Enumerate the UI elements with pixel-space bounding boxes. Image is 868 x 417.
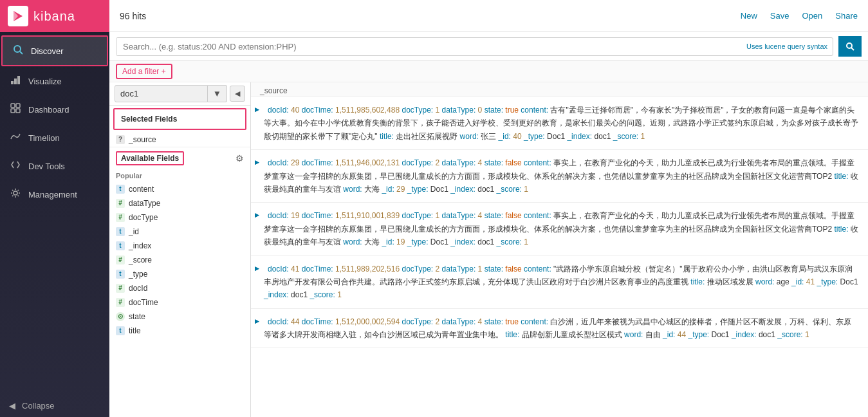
field-type-label: _type — [129, 270, 147, 279]
source-field-badge: ? — [116, 135, 125, 144]
sidebar-item-devtools-label: Dev Tools — [28, 162, 65, 171]
dashboard-icon — [9, 103, 22, 116]
field-doctype-label: docType — [129, 213, 158, 222]
sidebar-item-management[interactable]: Management — [0, 180, 109, 208]
sidebar-item-visualize[interactable]: Visualize — [0, 67, 109, 95]
timelion-icon — [9, 131, 22, 144]
hits-count: 96 hits — [120, 11, 146, 21]
share-button[interactable]: Share — [835, 11, 858, 21]
field-doctype[interactable]: # docType — [109, 210, 250, 225]
svg-rect-10 — [16, 109, 20, 113]
source-header: _source — [251, 82, 868, 97]
svg-rect-9 — [11, 109, 15, 113]
svg-line-13 — [851, 48, 854, 50]
save-button[interactable]: Save — [770, 11, 790, 21]
add-filter-button[interactable]: Add a filter + — [116, 64, 172, 79]
discover-icon — [12, 44, 24, 57]
kibana-logo-text: kibana — [33, 9, 75, 24]
result-2-expand-icon[interactable]: ▶ — [255, 158, 259, 167]
field-datatype-label: dataType — [129, 199, 160, 208]
sidebar-item-management-label: Management — [28, 190, 77, 199]
svg-point-12 — [847, 43, 852, 48]
filter-row: Add a filter + — [109, 61, 868, 82]
source-field-item[interactable]: ? _source — [109, 133, 250, 147]
field-type-t-icon: t — [116, 185, 125, 194]
field-state[interactable]: ⊙ state — [109, 310, 250, 324]
result-entry-3: ▶ docId: 19 docTime: 1,511,910,001,839 d… — [251, 203, 868, 255]
sidebar-nav: Discover Visualize Dashboar — [0, 32, 109, 394]
index-dropdown-button[interactable]: ▼ — [208, 85, 227, 102]
gear-icon[interactable]: ⚙ — [235, 153, 244, 163]
svg-rect-6 — [17, 76, 20, 84]
field-type-circle-icon: ⊙ — [116, 312, 125, 321]
result-entry-5: ▶ docId: 44 docTime: 1,512,000,002,594 d… — [251, 309, 868, 349]
field-type-hash-icon3: # — [116, 255, 125, 264]
popular-label: Popular — [109, 169, 250, 182]
result-4-expand-icon[interactable]: ▶ — [255, 264, 259, 273]
field-content-label: content — [129, 185, 154, 194]
field-type-hash-icon4: # — [116, 284, 125, 293]
sidebar-collapse[interactable]: ◀ Collapse — [0, 394, 109, 417]
field-type[interactable]: t _type — [109, 267, 250, 281]
field-state-label: state — [129, 312, 145, 321]
field-type-hash-icon5: # — [116, 298, 125, 307]
search-input[interactable] — [116, 38, 741, 55]
field-datatype[interactable]: # dataType — [109, 196, 250, 210]
sidebar: kibana Discover Visualize — [0, 0, 109, 417]
field-docid-label: docId — [129, 284, 147, 293]
field-doctime[interactable]: # docTime — [109, 295, 250, 310]
field-id[interactable]: t _id — [109, 225, 250, 239]
management-icon — [9, 188, 22, 201]
index-selector: doc1 ▼ ◀ — [109, 82, 250, 106]
new-button[interactable]: New — [741, 11, 757, 21]
search-bar-row: Uses lucene query syntax — [109, 32, 868, 61]
sidebar-item-devtools[interactable]: Dev Tools — [0, 152, 109, 180]
collapse-label: Collapse — [22, 401, 55, 411]
available-fields-label: Available Fields — [116, 151, 184, 165]
content-row: doc1 ▼ ◀ Selected Fields ? _source Avail… — [109, 82, 868, 417]
selected-fields-header: Selected Fields — [113, 108, 246, 130]
sidebar-item-discover[interactable]: Discover — [1, 35, 108, 66]
search-input-wrap: Uses lucene query syntax — [116, 37, 833, 56]
panel-collapse-button[interactable]: ◀ — [230, 86, 245, 102]
field-content[interactable]: t content — [109, 182, 250, 196]
svg-rect-4 — [11, 81, 14, 84]
field-type-t-icon5: t — [116, 326, 125, 335]
result-entry-4: ▶ docId: 41 docTime: 1,511,989,202,516 d… — [251, 256, 868, 309]
sidebar-item-timelion[interactable]: Timelion — [0, 124, 109, 152]
kibana-logo-icon — [8, 6, 28, 26]
result-5-expand-icon[interactable]: ▶ — [255, 317, 259, 326]
source-field-name: _source — [129, 135, 156, 144]
svg-rect-8 — [16, 104, 20, 107]
search-button[interactable] — [838, 36, 862, 57]
index-name[interactable]: doc1 — [115, 85, 208, 102]
open-button[interactable]: Open — [802, 11, 822, 21]
field-type-t-icon2: t — [116, 227, 125, 236]
available-fields-header: Available Fields ⚙ — [109, 147, 250, 169]
field-type-hash-icon: # — [116, 199, 125, 208]
field-index[interactable]: t _index — [109, 239, 250, 253]
field-score[interactable]: # _score — [109, 253, 250, 267]
field-type-t-icon4: t — [116, 270, 125, 279]
result-entry-2: ▶ docId: 29 docTime: 1,511,946,002,131 d… — [251, 150, 868, 203]
field-score-label: _score — [129, 255, 152, 264]
field-docid[interactable]: # docId — [109, 281, 250, 295]
top-bar: 96 hits New Save Open Share — [109, 0, 868, 32]
result-3-expand-icon[interactable]: ▶ — [255, 210, 259, 220]
sidebar-item-visualize-label: Visualize — [28, 77, 62, 86]
svg-line-3 — [20, 51, 23, 54]
field-type-t-icon3: t — [116, 241, 125, 250]
svg-rect-7 — [11, 104, 15, 107]
sidebar-item-timelion-label: Timelion — [28, 133, 60, 143]
sidebar-item-discover-label: Discover — [31, 46, 64, 56]
svg-point-11 — [14, 191, 17, 195]
field-index-label: _index — [129, 241, 151, 250]
result-1-expand-icon[interactable]: ▶ — [255, 105, 259, 115]
svg-point-2 — [14, 46, 21, 52]
result-entry-1: ▶ docId: 40 docTime: 1,511,985,602,488 d… — [251, 97, 868, 150]
lucene-hint: Uses lucene query syntax — [741, 42, 833, 50]
svg-rect-5 — [14, 79, 17, 84]
sidebar-item-dashboard[interactable]: Dashboard — [0, 95, 109, 124]
field-title[interactable]: t title — [109, 324, 250, 338]
logo-area[interactable]: kibana — [0, 0, 109, 32]
